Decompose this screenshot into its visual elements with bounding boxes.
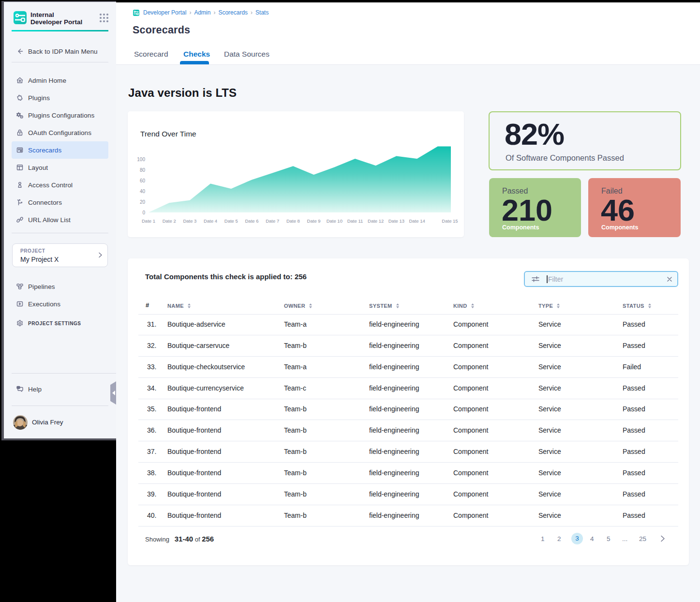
svg-text:Date 15: Date 15 bbox=[442, 218, 458, 224]
svg-text:Date 3: Date 3 bbox=[183, 218, 196, 224]
svg-text:80: 80 bbox=[140, 167, 146, 173]
svg-text:Date 12: Date 12 bbox=[368, 218, 384, 224]
svg-text:Date 6: Date 6 bbox=[245, 218, 259, 224]
svg-text:Date 2: Date 2 bbox=[163, 218, 176, 224]
svg-text:Date 8: Date 8 bbox=[286, 218, 300, 224]
svg-text:20: 20 bbox=[140, 199, 146, 205]
svg-text:Date 14: Date 14 bbox=[409, 218, 425, 224]
svg-text:Date 7: Date 7 bbox=[266, 218, 279, 224]
svg-text:Date 5: Date 5 bbox=[224, 218, 238, 224]
svg-text:0: 0 bbox=[142, 210, 145, 215]
svg-text:60: 60 bbox=[140, 178, 146, 183]
svg-text:Date 10: Date 10 bbox=[327, 218, 343, 224]
svg-text:Date 11: Date 11 bbox=[347, 218, 363, 224]
svg-text:Date 9: Date 9 bbox=[307, 218, 321, 224]
svg-text:Date 13: Date 13 bbox=[388, 218, 404, 224]
svg-text:Date 4: Date 4 bbox=[204, 218, 217, 224]
svg-text:Date 1: Date 1 bbox=[142, 218, 155, 224]
svg-text:100: 100 bbox=[137, 157, 145, 162]
svg-text:40: 40 bbox=[140, 189, 146, 194]
